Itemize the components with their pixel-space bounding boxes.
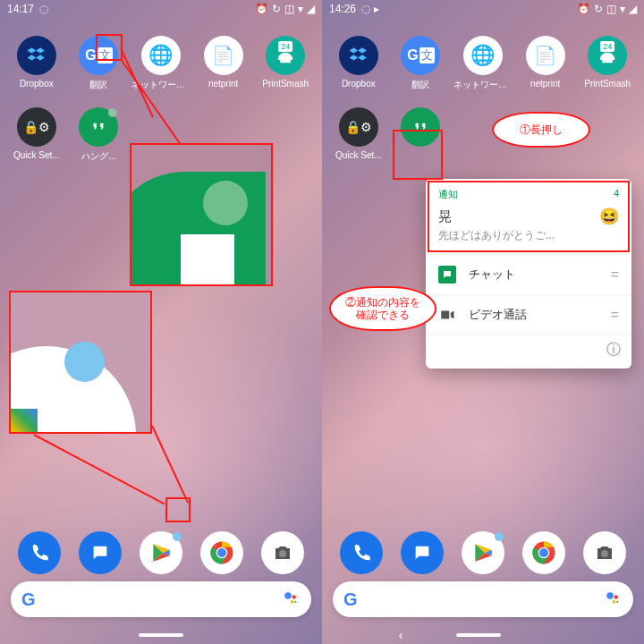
app-translate[interactable]: G文翻訳 <box>390 36 453 91</box>
popup-notification-section[interactable]: 通知 4 晃 😆 先ほどはありがとうご... <box>426 179 631 255</box>
popup-action-video[interactable]: ビデオ通話 = <box>426 295 631 335</box>
notif-icon: ◌ <box>39 3 48 15</box>
messages-icon[interactable] <box>79 531 122 574</box>
app-grid: DropboxG文翻訳🌐ネットワークフ...📄netprint24PrintSm… <box>322 36 644 160</box>
home-pill[interactable] <box>139 633 183 637</box>
quickset-icon: 🔒⚙ <box>17 107 56 147</box>
google-g-icon: G <box>21 589 36 610</box>
dock <box>0 531 322 574</box>
emoji-icon: 😆 <box>599 207 619 226</box>
netfw-icon: 🌐 <box>463 36 503 75</box>
netprint-icon: 📄 <box>526 36 565 75</box>
dropbox-icon <box>339 36 378 75</box>
svg-point-15 <box>614 595 619 599</box>
alarm-icon: ⏰ <box>255 3 268 15</box>
camera-icon[interactable] <box>583 531 626 574</box>
popup-count: 4 <box>614 188 619 201</box>
chrome-icon[interactable] <box>522 531 565 574</box>
app-netfw[interactable]: 🌐ネットワークフ... <box>452 36 514 91</box>
row-label: ビデオ通話 <box>469 307 527 323</box>
app-label: PrintSmash <box>262 79 309 89</box>
signal-icon: ◢ <box>307 3 315 15</box>
popup-info[interactable]: ⓘ <box>426 335 631 369</box>
status-bar: 14:17 ◌ ⏰ ↻ ◫ ▾ ◢ <box>0 0 322 18</box>
phone-icon[interactable] <box>18 531 61 574</box>
video-icon <box>438 306 456 324</box>
app-printsmash[interactable]: 24PrintSmash <box>576 36 639 91</box>
printsmash-icon: 24 <box>266 36 305 75</box>
home-pill[interactable] <box>456 633 501 637</box>
nav-bar: ‹ <box>322 626 644 644</box>
dock <box>322 531 644 574</box>
popup-action-chat[interactable]: チャット = <box>426 255 631 295</box>
netprint-icon: 📄 <box>204 36 243 75</box>
svg-point-14 <box>606 592 614 599</box>
popup-sender: 晃 <box>438 208 452 225</box>
messages-icon[interactable] <box>401 531 444 574</box>
callout-2: ②通知の内容を 確認できる <box>329 286 436 331</box>
app-dropbox[interactable]: Dropbox <box>327 36 390 91</box>
right-screenshot: 14:26 ◌ ▸ ⏰ ↻ ◫ ▾ ◢ DropboxG文翻訳🌐ネットワークフ.… <box>322 0 644 644</box>
app-quickset[interactable]: 🔒⚙Quick Set... <box>327 107 390 160</box>
assistant-icon[interactable] <box>605 590 623 608</box>
svg-point-3 <box>217 548 226 557</box>
drag-handle-icon: = <box>611 307 619 323</box>
svg-point-8 <box>294 601 296 603</box>
annotation-source-box-2 <box>165 497 191 522</box>
app-netprint[interactable]: 📄netprint <box>514 36 577 91</box>
printsmash-icon: 24 <box>588 36 627 75</box>
nav-bar <box>0 626 322 644</box>
alarm-icon: ⏰ <box>577 3 590 15</box>
annotation-line <box>151 426 189 504</box>
vibrate-icon: ◫ <box>606 3 616 15</box>
play-store-icon[interactable] <box>140 531 182 574</box>
left-screenshot: 14:17 ◌ ⏰ ↻ ◫ ▾ ◢ DropboxG文翻訳🌐ネットワークフ...… <box>0 0 322 644</box>
svg-point-12 <box>539 548 548 557</box>
hangouts-icon <box>79 107 118 147</box>
app-netprint[interactable]: 📄netprint <box>192 36 255 91</box>
svg-point-4 <box>279 550 286 557</box>
svg-point-5 <box>284 592 292 599</box>
google-g-icon: G <box>343 589 358 610</box>
phone-icon[interactable] <box>340 531 383 574</box>
chat-icon <box>438 266 456 284</box>
callout-text: ①長押し <box>520 123 563 138</box>
notif-icon: ▸ <box>374 3 379 15</box>
row-label: チャット <box>469 267 515 283</box>
back-icon[interactable]: ‹ <box>399 628 403 642</box>
app-label: netprint <box>530 79 560 89</box>
play-store-icon[interactable] <box>462 531 504 574</box>
search-bar[interactable]: G <box>333 581 633 617</box>
chrome-icon[interactable] <box>200 531 243 574</box>
svg-point-7 <box>291 600 294 604</box>
svg-point-13 <box>601 550 608 557</box>
app-printsmash[interactable]: 24PrintSmash <box>254 36 317 91</box>
app-dropbox[interactable]: Dropbox <box>5 36 68 91</box>
app-hangouts[interactable] <box>390 107 453 160</box>
quickset-icon: 🔒⚙ <box>339 107 378 147</box>
app-netfw[interactable]: 🌐ネットワークフ... <box>130 36 192 91</box>
notification-dot <box>173 532 182 541</box>
search-bar[interactable]: G <box>11 581 311 617</box>
app-label: Dropbox <box>20 79 54 89</box>
translate-icon: G文 <box>401 36 440 75</box>
refresh-icon: ↻ <box>594 3 603 15</box>
clock: 14:17 <box>7 3 34 15</box>
popup-header: 通知 <box>438 188 458 201</box>
notif-icon: ◌ <box>361 3 370 15</box>
annotation-source-box-1 <box>96 34 123 61</box>
camera-icon[interactable] <box>261 531 304 574</box>
app-label: 翻訳 <box>411 79 429 91</box>
app-hangouts[interactable]: ハング... <box>68 107 131 163</box>
annotation-line <box>34 434 165 504</box>
svg-point-16 <box>613 600 616 604</box>
vibrate-icon: ◫ <box>284 3 294 15</box>
app-label: netprint <box>208 79 238 89</box>
app-label: 翻訳 <box>89 79 107 91</box>
netfw-icon: 🌐 <box>141 36 181 75</box>
svg-point-6 <box>292 595 297 599</box>
annotation-magnify-2 <box>9 291 152 434</box>
assistant-icon[interactable] <box>283 590 301 608</box>
annotation-magnify-1 <box>130 143 273 286</box>
app-quickset[interactable]: 🔒⚙Quick Set... <box>5 107 68 163</box>
